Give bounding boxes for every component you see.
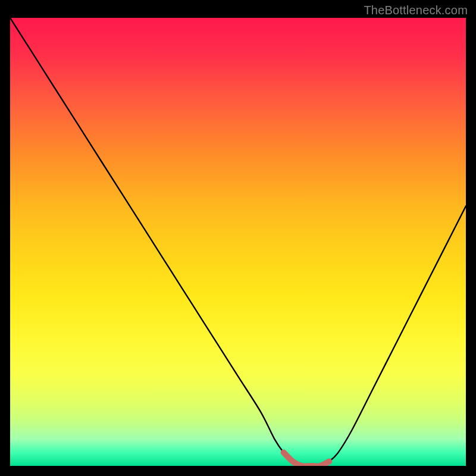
chart-svg	[10, 18, 466, 466]
highlight-marker	[284, 452, 330, 466]
watermark-text: TheBottleneck.com	[364, 4, 468, 17]
plot-area	[10, 18, 466, 466]
chart-frame: TheBottleneck.com	[0, 0, 476, 476]
bottleneck-curve-path	[10, 18, 466, 466]
